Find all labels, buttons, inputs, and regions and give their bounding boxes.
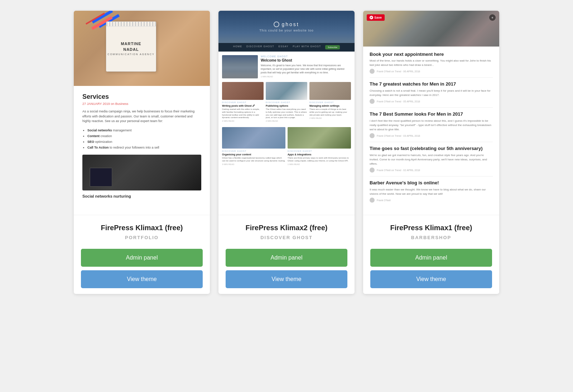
ghost-grid-meta-1: 2 MIN READ — [222, 120, 264, 122]
barber-meta-text-4: Frank O'Neil on Trend · 02 APRIL 2018 — [377, 169, 420, 171]
ghost-grid2-item-2: DISCOVER GHOST Apps & integrations There… — [288, 127, 351, 165]
theme-category-1: PORTFOLIO — [81, 235, 203, 240]
ghost-grid2-desc-2: There are three primary ways to work wit… — [288, 157, 351, 163]
ghost-grid-img-1 — [222, 82, 264, 100]
barber-meta-1: Frank O'Neil on Trend · 06 APRIL 2018 — [370, 69, 493, 74]
theme-actions-3: Admin panel View theme — [370, 249, 492, 288]
theme-category-3: BARBERSHOP — [370, 235, 492, 240]
ghost-content: WELCOME GHOST Welcome to Ghost Welcome, … — [218, 52, 355, 215]
ghost-grid2-title-2: Apps & integrations — [288, 153, 351, 156]
ghost-grid2-label-2: DISCOVER GHOST — [288, 150, 351, 152]
portfolio-title: Services — [82, 93, 201, 101]
ghost-grid-label-1: DISCOVER GHOST — [222, 101, 264, 103]
barber-save-label: Save — [374, 16, 382, 19]
ghost-nav-home: HOME — [233, 45, 242, 49]
ghost-logo-text: ghost — [281, 21, 299, 27]
ghost-grid-label-3: DISCOVER GHOST — [309, 101, 351, 103]
barber-meta-text-3: Frank O'Neil on Trend · 03 APRIL 2018 — [377, 135, 420, 137]
barber-article-title-3: The 7 Best Summer looks For Men in 2017 — [370, 111, 493, 117]
list-item: SEO optimization — [87, 139, 201, 145]
ghost-nav-essay: ESSAY — [278, 45, 288, 49]
ghost-featured-desc: Welcome, it's great to have you here. We… — [261, 64, 351, 74]
ghost-grid2-title-1: Organising your content — [222, 153, 285, 156]
ghost-nav-discover: DISCOVER GHOST — [246, 45, 274, 49]
ghost-grid-desc-1: Getting started with the editor is simpl… — [222, 108, 264, 119]
portfolio-date: 27 JANUARY 2019 on Business — [82, 102, 201, 106]
barber-article-text-1: Most of the time, our hands holds a cise… — [370, 59, 493, 67]
theme-category-2: DISCOVER GHOST — [226, 235, 347, 240]
barber-meta-3: Frank O'Neil on Trend · 03 APRIL 2018 — [370, 133, 493, 138]
ghost-logo-icon — [274, 21, 279, 27]
portfolio-content: Services 27 JANUARY 2019 on Business As … — [74, 86, 210, 215]
barber-article-title-5: Barber Avenue's blog is online! — [370, 180, 493, 186]
barber-expand-button: + — [489, 14, 496, 21]
ghost-grid2: DISCOVER GHOST Organising your content G… — [222, 127, 351, 165]
barber-article-title-2: The 7 greatest watches for Men in 2017 — [370, 81, 493, 87]
view-theme-button-2[interactable]: View theme — [226, 270, 347, 288]
ghost-grid2-img-1 — [222, 127, 285, 149]
theme-info-2: FirePress Klimax2 (free) DISCOVER GHOST … — [218, 215, 355, 294]
ghost-grid-title-3: Managing admin settings — [309, 104, 351, 107]
ghost-grid2-meta-2: 1 MIN READ — [288, 163, 351, 165]
ghost-nav: HOME DISCOVER GHOST ESSAY PLAY WITH GHOS… — [218, 43, 355, 52]
ghost-grid-img-2 — [266, 82, 307, 100]
view-theme-button-1[interactable]: View theme — [81, 270, 203, 288]
ghost-nav-play: PLAY WITH GHOST — [293, 45, 321, 49]
preview-portfolio: MARTINENADAL COMMUNICATION AGENCY Servic… — [74, 11, 210, 215]
barber-meta-5: Frank O'Neil — [370, 198, 493, 203]
barber-meta-text-5: Frank O'Neil — [377, 199, 391, 202]
portfolio-header-image: MARTINENADAL COMMUNICATION AGENCY — [74, 11, 210, 86]
theme-info-3: FirePress Klimax1 (free) BARBERSHOP Admi… — [363, 215, 499, 294]
list-item: Social networks management — [87, 127, 201, 133]
ghost-header: ghost This could be your website too — [218, 11, 355, 43]
barber-save-button: P Save — [367, 14, 385, 21]
ghost-grid-meta-2: 2 MIN READ — [266, 120, 307, 122]
ghost-grid-title-2: Publishing options — [266, 104, 307, 107]
theme-name-2: FirePress Klimax2 (free) — [226, 224, 347, 232]
list-item: Content creation — [87, 133, 201, 139]
barber-article-2: The 7 greatest watches for Men in 2017 C… — [370, 81, 493, 108]
notebook-sub: COMMUNICATION AGENCY — [107, 53, 154, 55]
theme-info-1: FirePress Klimax1 (free) PORTFOLIO Admin… — [74, 215, 210, 294]
portfolio-list: Social networks management Content creat… — [82, 127, 201, 151]
portfolio-notebook: MARTINENADAL COMMUNICATION AGENCY — [106, 21, 156, 72]
admin-panel-button-2[interactable]: Admin panel — [226, 249, 347, 267]
preview-barber: P Save + Book your next appointment here… — [363, 11, 499, 215]
barber-article-title-1: Book your next appointment here — [370, 52, 493, 58]
barber-avatar-4 — [370, 168, 375, 173]
portfolio-social-title: Social networks nurturing — [82, 194, 201, 198]
view-theme-button-3[interactable]: View theme — [370, 270, 492, 288]
ghost-grid-desc-2: The Ghost editor has everything you need… — [266, 108, 307, 119]
barber-article-text-3: I don't feel like the most qualified per… — [370, 119, 493, 132]
admin-panel-button-3[interactable]: Admin panel — [370, 249, 492, 267]
preview-ghost: ghost This could be your website too HOM… — [218, 11, 355, 215]
barber-article-3: The 7 Best Summer looks For Men in 2017 … — [370, 111, 493, 142]
ghost-grid-item-1: DISCOVER GHOST Writing posts with Ghost … — [222, 82, 264, 122]
ghost-subtitle: This could be your website too — [259, 29, 314, 32]
barber-meta-2: Frank O'Neil on Trend · 05 APRIL 2018 — [370, 99, 493, 104]
ghost-grid2-item-1: DISCOVER GHOST Organising your content G… — [222, 127, 285, 165]
theme-card-1: MARTINENADAL COMMUNICATION AGENCY Servic… — [74, 11, 210, 294]
list-item: Call To Action to redirect your follower… — [87, 145, 201, 150]
ghost-grid-item-2: DISCOVER GHOST Publishing options The Gh… — [266, 82, 307, 122]
theme-name-1: FirePress Klimax1 (free) — [81, 224, 203, 232]
ghost-grid-label-2: DISCOVER GHOST — [266, 101, 307, 103]
ghost-grid: DISCOVER GHOST Writing posts with Ghost … — [222, 82, 351, 122]
notebook-name: MARTINENADAL — [121, 41, 141, 52]
ghost-subscribe-btn[interactable]: Subscribe — [325, 45, 340, 49]
ghost-grid2-meta-1: 3 MIN READ — [222, 163, 285, 165]
ghost-featured-meta: 1 MIN READ — [261, 76, 351, 78]
ghost-grid2-img-2 — [288, 127, 351, 149]
ghost-grid-img-3 — [309, 82, 351, 100]
barber-article-text-2: Choosing a watch is not a small feat. I … — [370, 89, 493, 97]
barber-content: Book your next appointment here Most of … — [363, 47, 499, 215]
portfolio-desk-image — [82, 155, 201, 190]
ghost-grid-title-1: Writing posts with Ghost 🖊 — [222, 104, 264, 107]
ghost-grid-meta-3: 2 MIN READ — [309, 117, 351, 119]
ghost-grid2-desc-1: Ghost has a flexible organisational taxo… — [222, 157, 285, 163]
ghost-featured-label: WELCOME GHOST — [261, 55, 351, 58]
barber-article-5: Barber Avenue's blog is online! It was m… — [370, 180, 493, 206]
admin-panel-button-1[interactable]: Admin panel — [81, 249, 203, 267]
barber-article-text-4: We're so glad we got married to haircuts… — [370, 153, 493, 166]
barber-avatar-3 — [370, 133, 375, 138]
